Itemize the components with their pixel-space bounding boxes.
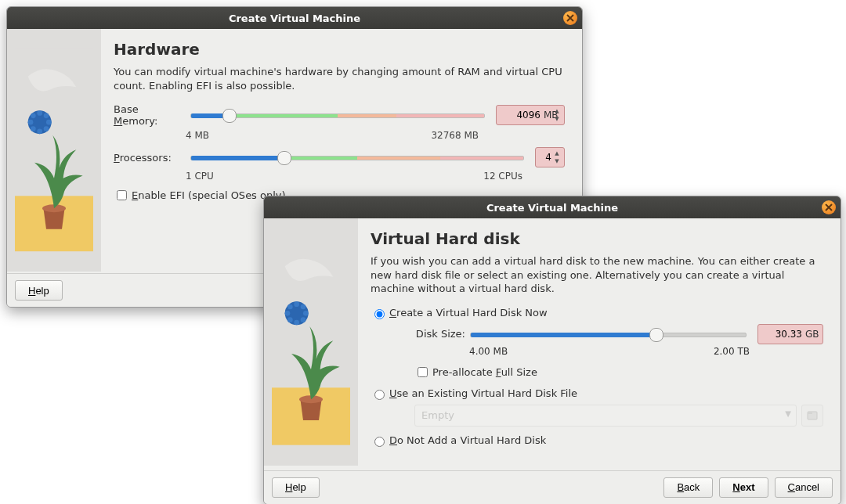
page-description: You can modify virtual machine's hardwar… [114, 65, 565, 92]
chevron-down-icon: ▼ [785, 409, 791, 418]
window-title: Create Virtual Machine [264, 202, 841, 214]
memory-input[interactable] [501, 109, 542, 121]
browse-disk-button [801, 405, 823, 427]
stepper-down-icon[interactable]: ▼ [551, 157, 562, 165]
disk-size-spinbox[interactable]: GB [757, 324, 823, 344]
svg-point-19 [301, 317, 306, 322]
svg-point-7 [44, 126, 49, 131]
processors-scale: 1 CPU12 CPUs [186, 171, 522, 182]
preallocate-checkbox[interactable]: Pre-allocate Full Size [414, 365, 823, 380]
svg-point-16 [294, 301, 299, 307]
next-button[interactable]: Next [719, 477, 768, 498]
memory-label: Base Memory: [114, 103, 190, 127]
disk-size-slider[interactable] [470, 326, 747, 342]
help-button[interactable]: Help [15, 280, 63, 301]
processors-slider[interactable] [190, 149, 524, 165]
svg-point-17 [301, 304, 306, 310]
wizard-illustration [7, 29, 101, 272]
page-description: If you wish you can add a virtual hard d… [371, 254, 823, 296]
svg-point-20 [294, 320, 299, 326]
processors-label: Processors: [114, 152, 190, 164]
svg-point-4 [37, 110, 42, 116]
svg-point-23 [287, 304, 293, 310]
create-disk-radio[interactable]: Create a Virtual Hard Disk Now [371, 307, 823, 319]
svg-point-8 [37, 129, 42, 135]
close-icon[interactable] [563, 11, 577, 25]
wizard-illustration [264, 218, 358, 466]
svg-point-9 [31, 126, 36, 131]
close-icon[interactable] [822, 200, 836, 214]
stepper-down-icon[interactable]: ▼ [551, 115, 562, 123]
svg-point-11 [31, 113, 36, 119]
svg-point-5 [44, 113, 49, 119]
cancel-button[interactable]: Cancel [775, 477, 833, 498]
svg-point-21 [287, 317, 293, 322]
svg-point-22 [285, 311, 291, 316]
svg-point-18 [303, 311, 309, 316]
page-title: Hardware [114, 40, 565, 59]
help-button[interactable]: Help [272, 477, 320, 498]
titlebar[interactable]: Create Virtual Machine [7, 7, 582, 29]
memory-slider[interactable] [190, 107, 485, 123]
svg-point-6 [46, 120, 52, 125]
disk-size-input[interactable] [763, 328, 804, 340]
memory-scale: 4 MB32768 MB [186, 130, 479, 141]
titlebar[interactable]: Create Virtual Machine [264, 196, 841, 218]
disk-scale: 4.00 MB2.00 TB [469, 346, 750, 357]
stepper-up-icon[interactable]: ▲ [551, 149, 562, 157]
disk-size-label: Disk Size: [414, 328, 470, 340]
disk-dialog: Create Virtual Machine [263, 196, 841, 504]
processors-spinbox[interactable]: ▲▼ [535, 147, 565, 167]
svg-rect-25 [808, 412, 812, 414]
use-existing-disk-radio[interactable]: Use an Existing Virtual Hard Disk File [371, 387, 823, 400]
no-disk-radio[interactable]: Do Not Add a Virtual Hard Disk [371, 434, 823, 447]
back-button[interactable]: Back [663, 477, 713, 498]
svg-point-10 [28, 120, 34, 125]
existing-disk-combo: Empty ▼ [414, 405, 797, 427]
page-title: Virtual Hard disk [371, 229, 823, 248]
memory-spinbox[interactable]: MB ▲▼ [496, 105, 565, 125]
window-title: Create Virtual Machine [7, 13, 582, 24]
stepper-up-icon[interactable]: ▲ [551, 107, 562, 115]
